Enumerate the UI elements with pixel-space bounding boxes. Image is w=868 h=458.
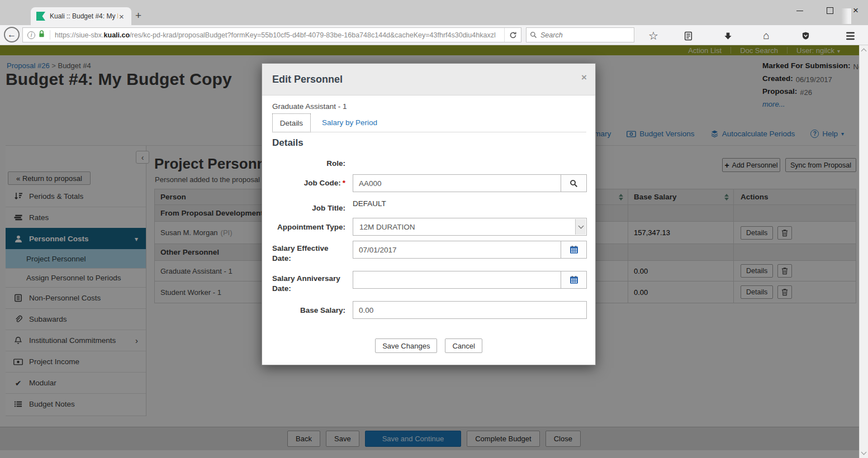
tab-title: Kuali :: Budget #4: My Budge xyxy=(50,12,118,20)
job-code-input[interactable] xyxy=(353,174,561,192)
salary-effective-date-input[interactable] xyxy=(353,241,561,259)
job-title-value: DEFAULT xyxy=(353,199,386,208)
page-scrollbar[interactable] xyxy=(859,45,868,458)
url-bar[interactable]: i https://siue-sbx.kuali.co/res/kc-pd-kr… xyxy=(22,27,521,42)
new-tab-button[interactable]: + xyxy=(135,9,141,22)
chevron-down-icon[interactable] xyxy=(575,219,586,235)
search-box[interactable] xyxy=(526,27,634,42)
search-icon xyxy=(570,179,578,188)
shield-icon[interactable] xyxy=(798,29,813,42)
browser-titlebar: Kuali :: Budget #4: My Budge × + × xyxy=(0,0,868,25)
scroll-up-icon[interactable] xyxy=(861,49,867,54)
base-salary-label: Base Salary: xyxy=(272,306,345,316)
calendar-icon xyxy=(570,245,578,254)
appointment-type-select[interactable]: 12M DURATION xyxy=(353,218,587,236)
salary-anniversary-date-label: Salary Anniversary Date: xyxy=(272,274,345,294)
dialog-close-icon[interactable]: × xyxy=(581,72,587,83)
window-maximize-button[interactable] xyxy=(820,3,839,18)
scroll-down-icon[interactable] xyxy=(861,450,867,455)
job-code-label: Job Code:* xyxy=(272,178,345,188)
search-icon xyxy=(530,31,537,39)
dialog-tabs: Details Salary by Period xyxy=(272,113,586,132)
url-separator xyxy=(50,30,50,40)
search-input[interactable] xyxy=(540,31,619,39)
home-icon[interactable]: ⌂ xyxy=(759,29,774,42)
https-lock-icon xyxy=(39,30,45,40)
window-minimize-button[interactable] xyxy=(790,3,809,18)
job-code-lookup-button[interactable] xyxy=(561,174,587,192)
details-section-heading: Details xyxy=(272,137,303,149)
page-info-icon[interactable]: i xyxy=(27,31,35,39)
tab-close-icon[interactable]: × xyxy=(119,12,124,21)
reading-list-icon[interactable] xyxy=(681,29,695,42)
window-close-button[interactable]: × xyxy=(846,3,865,18)
url-text[interactable]: https://siue-sbx.kuali.co/res/kc-pd-krad… xyxy=(55,31,504,39)
hamburger-menu-icon[interactable] xyxy=(843,29,857,42)
appointment-type-label: Appointment Type: xyxy=(272,222,345,232)
dialog-buttons: Save Changes Cancel xyxy=(262,338,595,353)
job-title-label: Job Title: xyxy=(272,203,345,213)
calendar-icon xyxy=(570,275,578,284)
reload-button[interactable] xyxy=(504,28,521,42)
cancel-button[interactable]: Cancel xyxy=(445,338,482,353)
downloads-icon[interactable] xyxy=(720,29,735,42)
save-changes-button[interactable]: Save Changes xyxy=(375,338,437,353)
dialog-title: Edit Personnel xyxy=(272,74,343,85)
browser-tab[interactable]: Kuali :: Budget #4: My Budge × xyxy=(31,7,131,25)
tab-salary-by-period[interactable]: Salary by Period xyxy=(322,113,377,132)
edit-personnel-dialog: Edit Personnel × Graduate Assistant - 1 … xyxy=(262,63,596,365)
base-salary-input[interactable] xyxy=(353,301,587,319)
salary-anniversary-date-input[interactable] xyxy=(353,271,561,289)
role-label: Role: xyxy=(272,159,345,169)
tab-details[interactable]: Details xyxy=(272,113,311,132)
back-button[interactable]: ← xyxy=(4,27,20,42)
salary-anniversary-date-picker-button[interactable] xyxy=(561,271,587,289)
kuali-logo-icon xyxy=(36,12,45,21)
dialog-header: Edit Personnel xyxy=(262,64,595,96)
required-indicator: * xyxy=(343,179,345,187)
salary-effective-date-label: Salary Effective Date: xyxy=(272,244,345,264)
screen: Kuali :: Budget #4: My Budge × + × ← i h… xyxy=(0,0,868,458)
browser-navbar: ← i https://siue-sbx.kuali.co/res/kc-pd-… xyxy=(0,25,868,45)
bookmark-star-icon[interactable]: ☆ xyxy=(646,29,661,42)
dialog-subtitle: Graduate Assistant - 1 xyxy=(272,102,347,111)
salary-effective-date-picker-button[interactable] xyxy=(561,241,587,259)
